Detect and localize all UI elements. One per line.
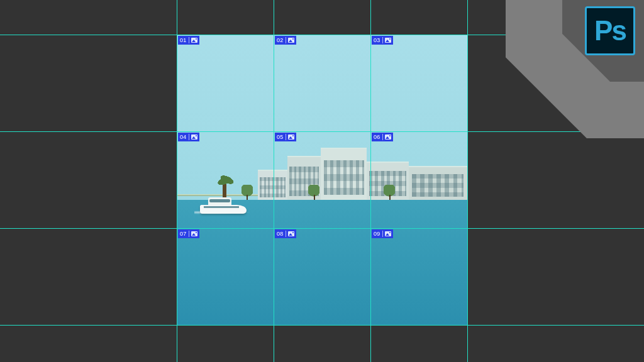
photo-buildings	[258, 145, 467, 200]
photoshop-logo-icon: Ps	[585, 6, 635, 55]
divider	[189, 37, 189, 43]
building	[409, 166, 467, 200]
image-slice-icon	[385, 231, 391, 236]
slice-badge[interactable]: 09	[372, 229, 393, 238]
slice-number: 06	[374, 133, 380, 141]
tree-icon	[308, 185, 319, 200]
slice-badge[interactable]: 01	[178, 36, 199, 45]
divider	[382, 231, 383, 237]
guide-vertical[interactable]	[467, 0, 468, 362]
slice-number: 08	[277, 229, 284, 238]
divider	[286, 231, 286, 237]
slice-badge[interactable]: 07	[178, 229, 199, 238]
slice-number: 01	[180, 36, 187, 45]
slice-number: 05	[277, 133, 284, 141]
divider	[189, 231, 189, 237]
building	[321, 148, 367, 200]
image-slice-icon	[191, 231, 197, 236]
image-slice-icon	[191, 134, 197, 140]
slice-badge[interactable]: 02	[275, 36, 296, 45]
slice-number: 03	[374, 36, 380, 45]
image-slice-icon	[385, 38, 391, 43]
slice-number: 04	[180, 133, 187, 141]
divider	[189, 134, 189, 140]
divider	[382, 37, 383, 43]
slice-badge[interactable]: 04	[178, 133, 199, 141]
image-slice-icon	[385, 134, 391, 140]
photo-boat	[200, 197, 247, 214]
image-slice-icon	[288, 134, 294, 140]
slice-badge[interactable]: 05	[275, 133, 296, 141]
slice-number: 07	[180, 229, 187, 238]
image-slice-icon	[288, 38, 294, 43]
image-slice-icon	[191, 38, 197, 43]
slice-badge[interactable]: 06	[372, 133, 393, 141]
image-slice-icon	[288, 231, 294, 236]
guide-horizontal[interactable]	[0, 325, 644, 326]
divider	[286, 134, 286, 140]
slice-number: 09	[374, 229, 380, 238]
photoshop-logo-text: Ps	[594, 15, 626, 47]
boat-hull	[200, 205, 247, 214]
slice-badge[interactable]: 03	[372, 36, 393, 45]
slice-badge[interactable]: 08	[275, 229, 296, 238]
slice-number: 02	[277, 36, 284, 45]
photo-water	[177, 200, 467, 325]
divider	[286, 37, 286, 43]
document-canvas[interactable]	[177, 35, 467, 325]
building	[258, 170, 287, 200]
tree-icon	[384, 185, 395, 200]
divider	[382, 134, 383, 140]
